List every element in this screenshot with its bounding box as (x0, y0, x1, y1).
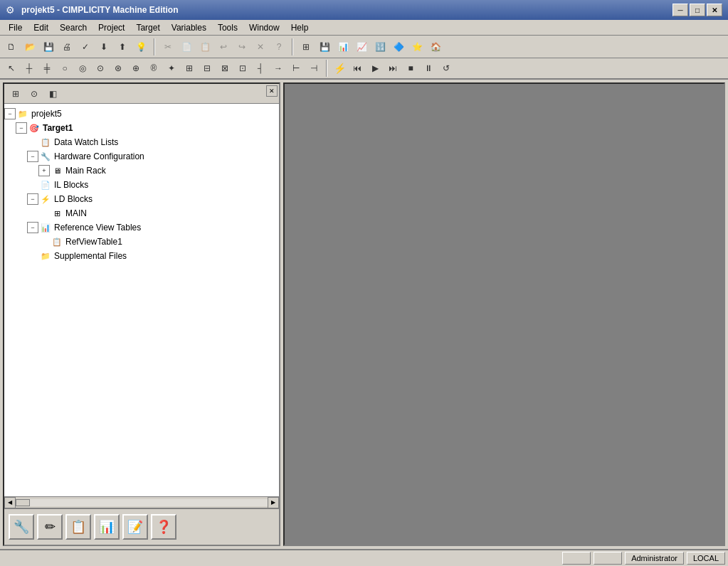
new-button[interactable]: 🗋 (3, 38, 20, 55)
scroll-left-btn[interactable]: ◀ (4, 497, 16, 508)
tool-13[interactable]: ⊠ (216, 60, 233, 77)
open-button[interactable]: 📂 (21, 38, 38, 55)
panel-bottom-btn6[interactable]: ❓ (151, 514, 176, 540)
tb-btn8[interactable]: 🏠 (427, 38, 444, 55)
right-panel (283, 82, 725, 546)
tool-10[interactable]: ✦ (163, 60, 180, 77)
tree-ref-view-tables[interactable]: − 📊 Reference View Tables (4, 220, 279, 235)
menu-window[interactable]: Window (243, 20, 285, 35)
panel-btn3[interactable]: ◧ (44, 85, 61, 102)
tb-btn2[interactable]: 💾 (316, 38, 333, 55)
start-btn[interactable]: ⏮ (349, 60, 366, 77)
panel-bottom-btn5[interactable]: 📝 (122, 514, 148, 540)
pause-btn[interactable]: ⏸ (420, 60, 437, 77)
tool-4[interactable]: ○ (56, 60, 73, 77)
run-btn[interactable]: ⚡ (331, 60, 348, 77)
undo-button[interactable]: ↩ (215, 38, 232, 55)
il-blocks-icon: 📄 (40, 179, 51, 191)
hardware-expand[interactable]: − (27, 151, 38, 162)
tb-btn1[interactable]: ⊞ (297, 38, 315, 55)
panel-bottom-btn4[interactable]: 📊 (94, 514, 120, 540)
tree-ld-blocks[interactable]: − ⚡ LD Blocks (4, 192, 279, 206)
download-button[interactable]: ⬇ (95, 38, 112, 55)
tool-9[interactable]: ® (145, 60, 162, 77)
menu-search[interactable]: Search (54, 20, 93, 35)
refresh-btn[interactable]: ↺ (438, 60, 455, 77)
delete-button[interactable]: ✕ (252, 38, 269, 55)
tb-btn7[interactable]: ⭐ (408, 38, 426, 55)
paste-button[interactable]: 📋 (196, 38, 213, 55)
panel-bottom-btn1[interactable]: 🔧 (9, 514, 34, 540)
menu-variables[interactable]: Variables (166, 20, 212, 35)
menu-project[interactable]: Project (93, 20, 130, 35)
copy-button[interactable]: 📄 (178, 38, 195, 55)
menu-tools[interactable]: Tools (212, 20, 243, 35)
tool-5[interactable]: ◎ (74, 60, 91, 77)
tree-target1[interactable]: − 🎯 Target1 (4, 121, 279, 135)
separator1 (154, 38, 155, 55)
tool-15[interactable]: ┤ (252, 60, 269, 77)
tree-main-rack[interactable]: + 🖥 Main Rack (4, 164, 279, 178)
tool-11[interactable]: ⊞ (181, 60, 198, 77)
tree-il-blocks[interactable]: 📄 IL Blocks (4, 178, 279, 192)
save-button[interactable]: 💾 (40, 38, 57, 55)
minimize-button[interactable]: ─ (672, 4, 688, 16)
tool-3[interactable]: ╪ (38, 60, 56, 77)
tool-2[interactable]: ┼ (21, 60, 38, 77)
ld-blocks-expand[interactable]: − (27, 193, 38, 205)
step-btn[interactable]: ⏭ (384, 60, 401, 77)
check-button[interactable]: ✓ (77, 38, 94, 55)
cursor-tool[interactable]: ↖ (3, 60, 20, 77)
tree-hardware-config[interactable]: − 🔧 Hardware Configuration (4, 149, 279, 164)
supplemental-label: Supplemental Files (53, 251, 127, 261)
menu-target[interactable]: Target (130, 20, 165, 35)
play-btn[interactable]: ▶ (366, 60, 384, 77)
tree-main[interactable]: ⊞ MAIN (4, 206, 279, 220)
close-button[interactable]: ✕ (707, 4, 722, 16)
tree-supplemental[interactable]: 📁 Supplemental Files (4, 249, 279, 263)
tool-6[interactable]: ⊙ (92, 60, 109, 77)
cut-button[interactable]: ✂ (159, 38, 176, 55)
tb-btn5[interactable]: 🔢 (371, 38, 389, 55)
tree-root[interactable]: − 📁 projekt5 (4, 107, 279, 121)
supplemental-icon: 📁 (40, 250, 51, 262)
tb-btn3[interactable]: 📊 (334, 38, 352, 55)
main-label: MAIN (64, 208, 87, 218)
root-label: projekt5 (30, 109, 62, 119)
panel-bottom-btn3[interactable]: 📋 (65, 514, 91, 540)
stop-btn[interactable]: ■ (402, 60, 419, 77)
tb-btn4[interactable]: 📈 (353, 38, 370, 55)
panel-btn2[interactable]: ⊙ (26, 85, 43, 102)
tool-16[interactable]: → (270, 60, 287, 77)
scroll-right-btn[interactable]: ▶ (268, 497, 279, 508)
menu-help[interactable]: Help (285, 20, 315, 35)
tb-btn6[interactable]: 🔷 (390, 38, 407, 55)
horizontal-scrollbar[interactable]: ◀ ▶ (4, 496, 279, 508)
panel-bottom-btn2[interactable]: ✏ (37, 514, 63, 540)
tool-7[interactable]: ⊛ (110, 60, 127, 77)
tool-8[interactable]: ⊕ (127, 60, 144, 77)
tool-14[interactable]: ⊡ (234, 60, 251, 77)
tree-data-watch[interactable]: 📋 Data Watch Lists (4, 135, 279, 149)
maximize-button[interactable]: □ (690, 4, 705, 16)
upload-button[interactable]: ⬆ (114, 38, 131, 55)
panel-btn1[interactable]: ⊞ (7, 85, 24, 102)
menu-edit[interactable]: Edit (28, 20, 54, 35)
help2-button[interactable]: ? (270, 38, 287, 55)
tool-12[interactable]: ⊟ (199, 60, 216, 77)
main-rack-expand[interactable]: + (38, 165, 50, 176)
tree-ref-view-table1[interactable]: 📋 RefViewTable1 (4, 235, 279, 249)
panel-toolbar: ⊞ ⊙ ◧ ✕ (4, 84, 279, 104)
toolbar-secondary: ↖ ┼ ╪ ○ ◎ ⊙ ⊛ ⊕ ® ✦ ⊞ ⊟ ⊠ ⊡ ┤ → ⊢ ⊣ ⚡ ⏮ … (0, 58, 728, 80)
tree-view[interactable]: − 📁 projekt5 − 🎯 Target1 📋 Data Watch Li… (4, 104, 279, 496)
root-expand[interactable]: − (4, 108, 16, 119)
ref-view-expand[interactable]: − (27, 222, 38, 233)
tool-17[interactable]: ⊢ (287, 60, 305, 77)
redo-button[interactable]: ↪ (233, 38, 250, 55)
panel-close-button[interactable]: ✕ (266, 85, 278, 97)
menu-file[interactable]: File (3, 20, 28, 35)
tool-18[interactable]: ⊣ (305, 60, 322, 77)
target1-expand[interactable]: − (16, 122, 27, 134)
print-button[interactable]: 🖨 (58, 38, 75, 55)
light-button[interactable]: 💡 (132, 38, 149, 55)
